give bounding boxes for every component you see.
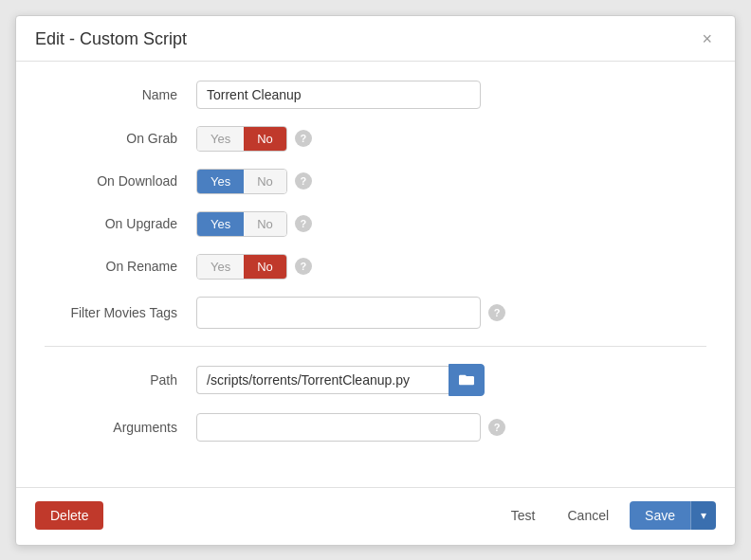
on-rename-no-button[interactable]: No — [244, 255, 286, 279]
save-button-group: Save ▾ — [630, 501, 716, 530]
on-grab-help-icon: ? — [295, 130, 312, 147]
close-button[interactable]: × — [698, 30, 716, 47]
delete-button[interactable]: Delete — [35, 501, 103, 530]
on-grab-toggle-group: Yes No ? — [196, 126, 312, 152]
arguments-group: ? — [196, 413, 505, 442]
on-grab-row: On Grab Yes No ? — [45, 126, 706, 152]
on-rename-toggle-group: Yes No ? — [196, 254, 312, 280]
folder-icon — [459, 372, 474, 388]
footer-right: Test Cancel Save ▾ — [500, 501, 716, 530]
cancel-button[interactable]: Cancel — [556, 501, 620, 530]
path-browse-button[interactable] — [449, 364, 485, 396]
path-label: Path — [45, 372, 196, 388]
arguments-row: Arguments ? — [45, 413, 706, 442]
section-divider — [45, 346, 706, 347]
dialog-title: Edit - Custom Script — [35, 29, 187, 49]
dialog-footer: Delete Test Cancel Save ▾ — [16, 487, 735, 543]
on-rename-row: On Rename Yes No ? — [45, 254, 706, 280]
on-rename-toggle: Yes No — [196, 254, 287, 280]
arguments-help-icon: ? — [488, 419, 505, 436]
dialog-body: Name On Grab Yes No ? On Download Yes No — [16, 62, 735, 478]
on-grab-toggle: Yes No — [196, 126, 287, 152]
name-input[interactable] — [196, 81, 481, 109]
on-download-toggle-group: Yes No ? — [196, 169, 312, 194]
on-grab-no-button[interactable]: No — [244, 127, 286, 151]
test-button[interactable]: Test — [500, 501, 547, 530]
on-upgrade-row: On Upgrade Yes No ? — [45, 211, 706, 237]
filter-movies-tags-input[interactable] — [196, 297, 481, 329]
name-label: Name — [45, 87, 196, 102]
on-grab-yes-button[interactable]: Yes — [197, 127, 244, 151]
name-row: Name — [45, 81, 706, 109]
path-input[interactable] — [196, 366, 449, 394]
on-download-no-button[interactable]: No — [244, 170, 286, 193]
save-dropdown-button[interactable]: ▾ — [690, 501, 716, 530]
filter-movies-tags-label: Filter Movies Tags — [45, 305, 196, 320]
on-download-yes-button[interactable]: Yes — [197, 170, 244, 193]
path-row: Path — [45, 364, 706, 396]
filter-movies-tags-row: Filter Movies Tags ? — [45, 297, 706, 329]
on-upgrade-yes-button[interactable]: Yes — [197, 212, 244, 236]
path-group — [196, 364, 485, 396]
filter-movies-tags-group: ? — [196, 297, 505, 329]
on-rename-help-icon: ? — [295, 258, 312, 275]
on-download-toggle: Yes No — [196, 169, 287, 194]
on-upgrade-toggle-group: Yes No ? — [196, 211, 312, 237]
on-download-label: On Download — [45, 173, 196, 189]
on-rename-label: On Rename — [45, 259, 196, 274]
arguments-input[interactable] — [196, 413, 481, 442]
on-upgrade-no-button[interactable]: No — [244, 212, 286, 236]
on-upgrade-help-icon: ? — [295, 215, 312, 232]
on-grab-label: On Grab — [45, 131, 196, 146]
edit-custom-script-dialog: Edit - Custom Script × Name On Grab Yes … — [15, 15, 736, 546]
on-upgrade-toggle: Yes No — [196, 211, 287, 237]
on-rename-yes-button[interactable]: Yes — [197, 255, 244, 279]
on-download-row: On Download Yes No ? — [45, 169, 706, 194]
filter-movies-tags-help-icon: ? — [488, 304, 505, 321]
save-button[interactable]: Save — [630, 501, 690, 530]
on-download-help-icon: ? — [295, 172, 312, 190]
arguments-label: Arguments — [45, 420, 196, 435]
dialog-header: Edit - Custom Script × — [16, 16, 735, 62]
on-upgrade-label: On Upgrade — [45, 216, 196, 231]
